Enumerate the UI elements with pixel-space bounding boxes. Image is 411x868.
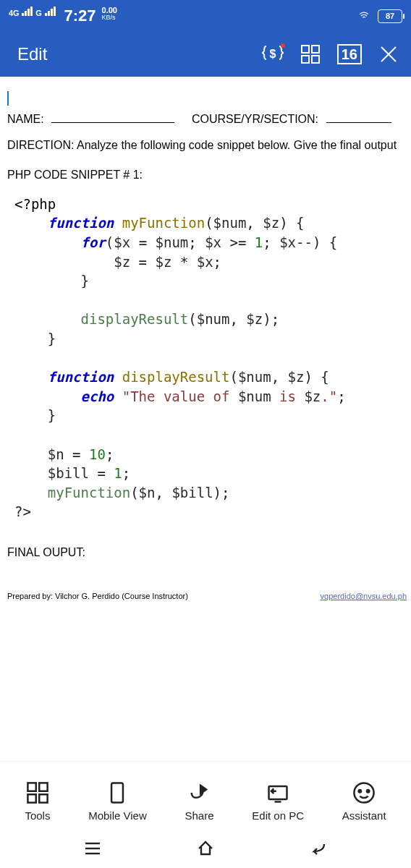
svg-rect-7 bbox=[27, 783, 35, 791]
network-4g: 4G bbox=[9, 9, 20, 17]
battery-indicator: 87 bbox=[378, 9, 402, 23]
share-button[interactable]: Share bbox=[185, 780, 214, 822]
prepared-by: Prepared by: Vilchor G. Perdido (Course … bbox=[7, 590, 188, 603]
grid-tools-icon bbox=[25, 780, 50, 805]
menu-icon[interactable] bbox=[82, 838, 103, 859]
back-icon[interactable] bbox=[308, 838, 329, 859]
network-g: G bbox=[35, 9, 42, 17]
svg-rect-10 bbox=[39, 794, 47, 802]
mobile-view-button[interactable]: Mobile View bbox=[88, 780, 147, 822]
speed-indicator: 0.00 KB/s bbox=[102, 7, 117, 21]
text-cursor bbox=[7, 91, 9, 106]
code-block: <?php function myFunction($num, $z) { fo… bbox=[14, 195, 407, 522]
svg-text:$: $ bbox=[269, 48, 276, 60]
pc-icon bbox=[266, 780, 290, 805]
clock-time: 7:27 bbox=[64, 7, 96, 25]
page-title: Edit bbox=[17, 44, 47, 64]
home-icon[interactable] bbox=[195, 838, 216, 859]
direction-text: DIRECTION: Analyze the following code sn… bbox=[7, 136, 407, 155]
svg-rect-12 bbox=[269, 786, 287, 799]
signal-bars-2 bbox=[45, 7, 56, 16]
code-toggle-button[interactable]: $ bbox=[262, 43, 284, 65]
status-bar: 4G G 7:27 0.00 KB/s 87 bbox=[0, 0, 411, 32]
svg-point-14 bbox=[355, 783, 374, 802]
mobile-icon bbox=[105, 780, 130, 805]
signal-bars-1 bbox=[22, 7, 33, 16]
assistant-icon bbox=[352, 780, 376, 805]
svg-rect-8 bbox=[39, 783, 47, 791]
assistant-button[interactable]: Assistant bbox=[342, 780, 386, 822]
edit-on-pc-button[interactable]: Edit on PC bbox=[252, 780, 304, 822]
system-nav-bar bbox=[0, 833, 411, 868]
dollar-braces-icon: $ bbox=[262, 43, 284, 65]
course-blank bbox=[326, 122, 391, 123]
wifi-icon bbox=[357, 11, 370, 21]
name-label: NAME: bbox=[7, 113, 44, 125]
bottom-toolbar: Tools Mobile View Share Edit on PC Assis… bbox=[0, 761, 411, 833]
svg-rect-2 bbox=[312, 46, 319, 53]
name-blank bbox=[51, 122, 174, 123]
svg-rect-3 bbox=[302, 56, 309, 63]
tools-button[interactable]: Tools bbox=[25, 780, 50, 822]
share-icon bbox=[187, 780, 212, 805]
svg-point-16 bbox=[367, 790, 369, 792]
svg-rect-4 bbox=[312, 56, 319, 63]
svg-point-15 bbox=[359, 790, 361, 792]
page-counter[interactable]: 16 bbox=[337, 44, 362, 64]
close-icon[interactable] bbox=[378, 43, 399, 65]
svg-rect-9 bbox=[27, 794, 35, 802]
svg-rect-1 bbox=[302, 46, 309, 53]
app-bar: Edit $ 16 bbox=[0, 32, 411, 77]
grid-icon[interactable] bbox=[300, 43, 321, 65]
final-output-label: FINAL OUPUT: bbox=[7, 543, 407, 562]
document-body[interactable]: NAME: COURSE/YR/SECTION: DIRECTION: Anal… bbox=[0, 77, 411, 761]
snippet-header: PHP CODE SNIPPET # 1: bbox=[7, 166, 407, 184]
course-label: COURSE/YR/SECTION: bbox=[192, 113, 318, 125]
svg-rect-11 bbox=[112, 783, 124, 802]
instructor-email[interactable]: vgperdido@nvsu.edu.ph bbox=[321, 590, 407, 603]
